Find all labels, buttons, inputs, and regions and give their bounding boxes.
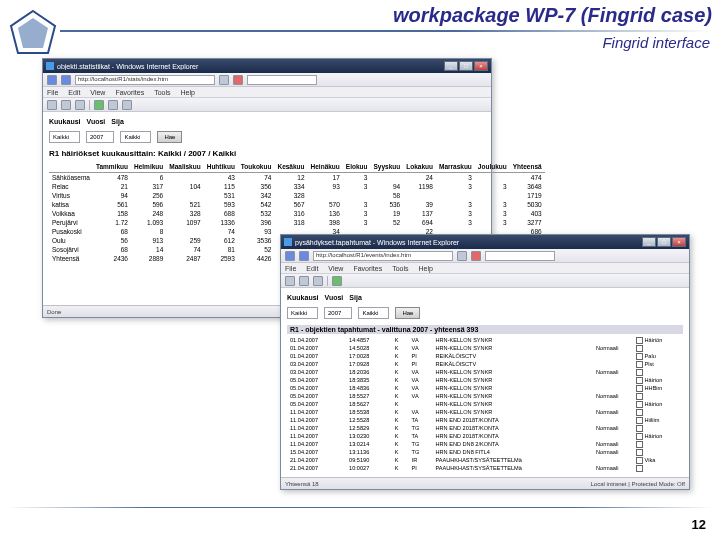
titlebar[interactable]: objekti.statistiikat - Windows Internet … <box>43 59 491 73</box>
stop-icon[interactable] <box>233 75 243 85</box>
page-icon[interactable] <box>108 100 118 110</box>
report-title: R1 häiriökset kuukausittain: Kaikki / 20… <box>49 149 485 158</box>
close-button[interactable]: × <box>672 237 686 247</box>
cell: 3 <box>436 200 475 209</box>
refresh-icon[interactable] <box>457 251 467 261</box>
cell: Oulu <box>49 236 93 245</box>
checkbox-icon[interactable] <box>636 425 643 432</box>
menu-file[interactable]: File <box>285 265 296 272</box>
cell: 68 <box>93 227 131 236</box>
nav-toolbar: http://localhost/R1/events/index.htm <box>281 249 689 263</box>
month-select[interactable]: Kaikki <box>49 131 80 143</box>
menu-edit[interactable]: Edit <box>68 89 80 96</box>
checkbox-icon[interactable] <box>636 393 643 400</box>
checkbox-icon[interactable] <box>636 449 643 456</box>
menubar: File Edit View Favorites Tools Help <box>281 263 689 274</box>
checkbox-icon[interactable] <box>636 441 643 448</box>
app-icon <box>46 62 54 70</box>
loc-select[interactable]: Kaikki <box>358 307 389 319</box>
menu-help[interactable]: Help <box>181 89 195 96</box>
cell: 14 <box>131 245 166 254</box>
checkbox-icon[interactable] <box>636 369 643 376</box>
menu-favorites[interactable]: Favorites <box>353 265 382 272</box>
address-input[interactable]: http://localhost/R1/events/index.htm <box>313 251 453 261</box>
minimize-button[interactable]: _ <box>444 61 458 71</box>
cell: 356 <box>238 182 275 191</box>
col-header: Elokuu <box>343 161 371 173</box>
forward-icon[interactable] <box>61 75 71 85</box>
home-icon[interactable] <box>47 100 57 110</box>
year-select[interactable]: 2007 <box>324 307 352 319</box>
stop-icon[interactable] <box>471 251 481 261</box>
checkbox-icon[interactable] <box>636 337 643 344</box>
checkbox-icon[interactable] <box>636 345 643 352</box>
tools-icon[interactable] <box>122 100 132 110</box>
filter-row: Kuukausi Vuosi Sija <box>49 118 485 125</box>
checkbox-icon[interactable] <box>636 465 643 472</box>
month-select[interactable]: Kaikki <box>287 307 318 319</box>
print-icon[interactable] <box>75 100 85 110</box>
menu-view[interactable]: View <box>90 89 105 96</box>
minimize-button[interactable]: _ <box>642 237 656 247</box>
menu-edit[interactable]: Edit <box>306 265 318 272</box>
checkbox-icon[interactable] <box>636 401 643 408</box>
fav-icon[interactable] <box>332 276 342 286</box>
fav-icon[interactable] <box>94 100 104 110</box>
cell: 536 <box>370 200 403 209</box>
checkbox-icon[interactable] <box>636 433 643 440</box>
titlebar[interactable]: pysähdykset.tapahtumat - Windows Interne… <box>281 235 689 249</box>
checkbox-icon[interactable] <box>636 385 643 392</box>
feeds-icon[interactable] <box>299 276 309 286</box>
refresh-icon[interactable] <box>219 75 229 85</box>
address-input[interactable]: http://localhost/R1/stats/index.htm <box>75 75 215 85</box>
back-icon[interactable] <box>285 251 295 261</box>
maximize-button[interactable]: □ <box>459 61 473 71</box>
checkbox-icon[interactable] <box>636 417 643 424</box>
checkbox-icon[interactable] <box>636 457 643 464</box>
search-button[interactable]: Hae <box>395 307 420 319</box>
cell: Viritus <box>49 191 93 200</box>
search-button[interactable]: Hae <box>157 131 182 143</box>
event-title: R1 - objektien tapahtumat - valittuna 20… <box>287 325 683 334</box>
cell: 3277 <box>510 218 545 227</box>
feeds-icon[interactable] <box>61 100 71 110</box>
cell: 74 <box>204 227 238 236</box>
search-input[interactable] <box>247 75 317 85</box>
print-icon[interactable] <box>313 276 323 286</box>
col-header: Helmikuu <box>131 161 166 173</box>
menu-tools[interactable]: Tools <box>154 89 170 96</box>
maximize-button[interactable]: □ <box>657 237 671 247</box>
status-left: Done <box>47 309 61 315</box>
cell: 3 <box>436 173 475 183</box>
menu-view[interactable]: View <box>328 265 343 272</box>
event-row: 05.04.200718:5527KVAHRN-KELLON SYNKRNorm… <box>287 392 683 400</box>
back-icon[interactable] <box>47 75 57 85</box>
menu-favorites[interactable]: Favorites <box>115 89 144 96</box>
checkbox-icon[interactable] <box>636 353 643 360</box>
checkbox-icon[interactable] <box>636 361 643 368</box>
forward-icon[interactable] <box>299 251 309 261</box>
search-input[interactable] <box>485 251 555 261</box>
cell: 542 <box>238 200 275 209</box>
event-row: 03.04.200718:2036KVAHRN-KELLON SYNKRNorm… <box>287 368 683 376</box>
cell: 3 <box>343 209 371 218</box>
event-row: 01.04.200714:4857KVAHRN-KELLON SYNKR Häi… <box>287 336 683 344</box>
menu-file[interactable]: File <box>47 89 58 96</box>
cell: 531 <box>204 191 238 200</box>
checkbox-icon[interactable] <box>636 409 643 416</box>
checkbox-icon[interactable] <box>636 377 643 384</box>
menu-help[interactable]: Help <box>419 265 433 272</box>
cell: 478 <box>93 173 131 183</box>
home-icon[interactable] <box>285 276 295 286</box>
cell: katisa <box>49 200 93 209</box>
cell: 21 <box>93 182 131 191</box>
year-select[interactable]: 2007 <box>86 131 114 143</box>
cell: 328 <box>166 209 203 218</box>
close-button[interactable]: × <box>474 61 488 71</box>
cell: 93 <box>238 227 275 236</box>
menu-tools[interactable]: Tools <box>392 265 408 272</box>
filter-label-month: Kuukausi <box>49 118 81 125</box>
cell: 3 <box>475 218 510 227</box>
loc-select[interactable]: Kaikki <box>120 131 151 143</box>
statusbar: Yhteensä 18 Local intranet | Protected M… <box>281 477 689 489</box>
